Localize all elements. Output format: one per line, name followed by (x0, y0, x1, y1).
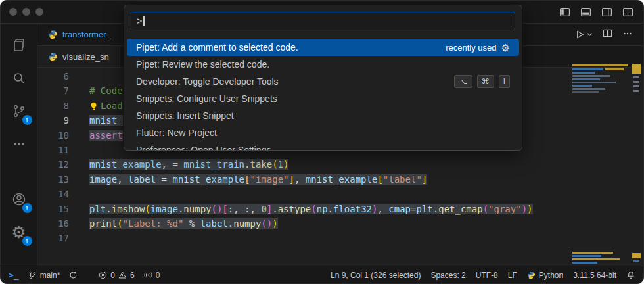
status-right: Ln 9, Col 1 (326 selected) Spaces: 2 UTF… (331, 271, 635, 280)
palette-item-label: Pipet: Add a comment to selected code. (136, 42, 298, 53)
toggle-secondary-sidebar-icon[interactable] (600, 5, 613, 18)
python-file-icon (48, 52, 58, 62)
palette-item[interactable]: Snippets: Insert Snippet (127, 107, 519, 124)
more-actions-icon[interactable] (622, 28, 633, 41)
code-text: mnist_example, = mnist_train.take(1) (89, 159, 288, 170)
language-mode[interactable]: Python (527, 271, 563, 280)
settings-gear-icon[interactable]: ⚙ 1 (3, 216, 35, 248)
code-line[interactable]: 17 (37, 231, 643, 245)
line-number: 7 (37, 83, 69, 98)
palette-item[interactable]: Pipet: Review the selected code. (127, 56, 519, 73)
accounts-badge: 1 (22, 203, 32, 213)
close-button[interactable] (9, 8, 17, 16)
line-number: 8 (37, 99, 69, 113)
text-caret (143, 16, 145, 26)
run-button[interactable] (575, 30, 593, 39)
keybinding-chip: I (499, 75, 510, 88)
line-number: 14 (37, 187, 69, 201)
palette-item-label: Snippets: Insert Snippet (136, 110, 234, 121)
line-number: 12 (37, 157, 69, 172)
python-file-icon (48, 30, 58, 39)
code-text: print("Label: %d" % label.numpy()) (89, 218, 278, 229)
configure-keybinding-gear-icon[interactable]: ⚙ (501, 43, 510, 53)
minimize-button[interactable] (22, 8, 30, 16)
code-text: mnist_ (89, 115, 123, 126)
code-text: assert (89, 130, 123, 141)
line-number: 16 (37, 216, 69, 231)
keybinding-chip: ⌥ (454, 75, 472, 88)
command-list: Pipet: Add a comment to selected code.re… (127, 39, 519, 151)
radio-tower-icon (144, 271, 152, 279)
accounts-icon[interactable]: 1 (3, 183, 35, 216)
language-label: Python (539, 271, 563, 280)
editor-actions (575, 24, 643, 45)
code-text: Load (101, 101, 123, 111)
error-icon (99, 271, 107, 279)
palette-item-label: Developer: Toggle Developer Tools (136, 76, 279, 87)
palette-input-value: > (137, 16, 142, 26)
eol-sequence[interactable]: LF (508, 271, 517, 280)
notifications-bell-icon[interactable] (626, 271, 635, 280)
zoom-button[interactable] (35, 8, 43, 16)
chevron-down-icon (587, 32, 593, 37)
split-editor-icon[interactable] (603, 28, 612, 41)
tab-label: transformer_ (62, 30, 111, 39)
status-left: >_ main* 0 6 (9, 270, 160, 280)
explorer-view-icon[interactable] (3, 29, 35, 62)
line-number: 6 (37, 69, 69, 83)
line-number: 15 (37, 202, 69, 216)
indentation[interactable]: Spaces: 2 (430, 271, 465, 280)
tab-visualize[interactable]: visualize_sn (37, 46, 120, 67)
command-palette-input[interactable]: > (131, 12, 515, 30)
line-number: 17 (37, 231, 69, 245)
palette-item[interactable]: Snippets: Configure User Snippets (127, 90, 519, 107)
code-line[interactable]: 15plt.imshow(image.numpy()[:, :, 0].asty… (37, 202, 643, 216)
toggle-panel-icon[interactable] (579, 5, 592, 18)
remote-indicator[interactable]: >_ (9, 270, 19, 280)
recently-used-badge: recently used (446, 43, 496, 53)
line-number: 13 (37, 172, 69, 187)
palette-item[interactable]: Preferences: Open User Settings (127, 141, 519, 151)
problems-panel[interactable]: 0 6 (99, 271, 134, 280)
code-text: plt.imshow(image.numpy()[:, :, 0].astype… (89, 204, 533, 214)
customize-layout-icon[interactable] (621, 5, 634, 18)
branch-label: main* (40, 271, 60, 280)
traffic-lights (1, 8, 43, 16)
warning-count: 6 (130, 271, 135, 280)
code-line[interactable]: 16print("Label: %d" % label.numpy()) (37, 216, 643, 231)
scm-badge: 1 (22, 115, 32, 125)
status-bar: >_ main* 0 6 (1, 266, 643, 284)
python-icon (527, 271, 536, 279)
activity-bar-bottom: 1 ⚙ 1 (3, 183, 35, 266)
source-control-view-icon[interactable]: 1 (3, 95, 35, 128)
python-interpreter[interactable]: 3.11.5 64-bit (573, 271, 616, 280)
status-branch[interactable]: main* (28, 271, 60, 280)
settings-badge: 1 (22, 236, 32, 246)
lightbulb-icon[interactable] (89, 100, 98, 114)
line-number: 9 (37, 113, 69, 128)
search-view-icon[interactable] (3, 62, 35, 95)
activity-bar: 1 1 ⚙ 1 (1, 24, 37, 266)
encoding[interactable]: UTF-8 (476, 271, 498, 280)
code-line[interactable]: 14 (37, 187, 643, 201)
palette-item-label: Pipet: Review the selected code. (136, 59, 269, 70)
palette-item-label: Preferences: Open User Settings (136, 145, 271, 151)
palette-item[interactable]: Flutter: New Project (127, 124, 519, 141)
palette-item[interactable]: Developer: Toggle Developer Tools⌥⌘I (127, 73, 519, 90)
tab-transformer[interactable]: transformer_ (37, 24, 122, 45)
code-line[interactable]: 12mnist_example, = mnist_train.take(1) (37, 157, 643, 172)
sync-button[interactable] (69, 271, 78, 279)
cursor-position[interactable]: Ln 9, Col 1 (326 selected) (331, 271, 421, 280)
forwarded-ports[interactable]: 0 (144, 271, 160, 280)
layout-controls (558, 5, 643, 18)
toggle-primary-sidebar-icon[interactable] (558, 5, 571, 18)
more-views-icon[interactable] (3, 128, 35, 160)
warning-icon (118, 271, 127, 279)
code-line[interactable]: 13image, label = mnist_example["image"],… (37, 172, 643, 187)
code-text: image, label = mnist_example["image"], m… (89, 174, 427, 185)
palette-item-label: Flutter: New Project (136, 128, 217, 138)
vscode-window: 1 1 ⚙ 1 (0, 0, 644, 284)
line-number: 10 (37, 128, 69, 143)
palette-item[interactable]: Pipet: Add a comment to selected code.re… (127, 39, 519, 56)
sync-icon (69, 271, 78, 279)
